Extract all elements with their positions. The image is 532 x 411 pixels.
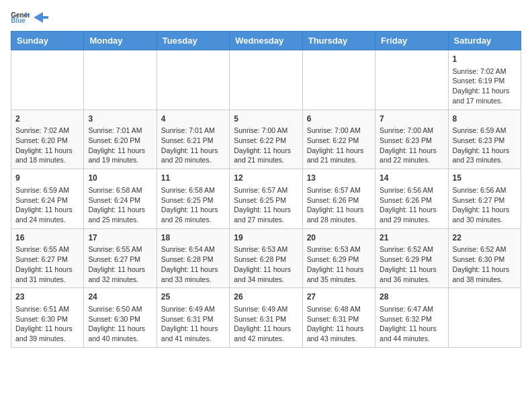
calendar-cell: 4Sunrise: 7:01 AMSunset: 6:21 PMDaylight…	[157, 109, 229, 169]
weekday-header: Monday	[84, 32, 157, 50]
day-info-line: Sunrise: 6:49 AM	[234, 304, 298, 314]
day-info-line: Sunset: 6:24 PM	[15, 195, 79, 205]
day-info-line: Daylight: 11 hours and 17 minutes.	[453, 86, 517, 105]
day-number: 27	[307, 291, 371, 303]
day-number: 10	[88, 173, 152, 184]
day-info-line: Daylight: 11 hours and 35 minutes.	[307, 265, 371, 284]
day-number: 23	[15, 291, 79, 303]
weekday-header: Saturday	[448, 32, 521, 50]
calendar-cell: 14Sunrise: 6:56 AMSunset: 6:26 PMDayligh…	[375, 169, 448, 229]
day-info-line: Sunset: 6:26 PM	[380, 195, 443, 205]
calendar-cell: 22Sunrise: 6:52 AMSunset: 6:30 PMDayligh…	[448, 228, 521, 288]
calendar-cell: 24Sunrise: 6:50 AMSunset: 6:30 PMDayligh…	[84, 288, 157, 348]
calendar-week-row: 2Sunrise: 7:02 AMSunset: 6:20 PMDaylight…	[11, 109, 521, 169]
day-info-line: Sunrise: 6:49 AM	[161, 304, 225, 314]
day-info-line: Sunrise: 6:57 AM	[234, 185, 298, 195]
day-number: 28	[380, 291, 443, 303]
day-number: 24	[88, 291, 152, 303]
day-info-line: Sunrise: 6:54 AM	[161, 244, 225, 255]
day-info-line: Sunset: 6:29 PM	[307, 255, 371, 265]
day-info-line: Daylight: 11 hours and 28 minutes.	[307, 205, 371, 224]
day-info-line: Sunset: 6:19 PM	[453, 76, 517, 86]
day-info-line: Daylight: 11 hours and 24 minutes.	[15, 205, 79, 224]
day-info-line: Sunset: 6:22 PM	[307, 136, 371, 146]
calendar-cell: 5Sunrise: 7:00 AMSunset: 6:22 PMDaylight…	[230, 109, 302, 169]
calendar-week-row: 9Sunrise: 6:59 AMSunset: 6:24 PMDaylight…	[11, 169, 521, 229]
day-info-line: Sunset: 6:20 PM	[88, 136, 152, 146]
day-info-line: Sunrise: 6:56 AM	[380, 185, 443, 195]
day-number: 5	[234, 113, 298, 125]
day-info-line: Daylight: 11 hours and 18 minutes.	[15, 146, 79, 165]
day-info-line: Sunset: 6:23 PM	[380, 136, 443, 146]
day-info-line: Sunset: 6:30 PM	[15, 314, 79, 324]
day-info-line: Sunrise: 6:52 AM	[380, 244, 443, 255]
day-info-line: Daylight: 11 hours and 19 minutes.	[88, 146, 152, 165]
day-info-line: Daylight: 11 hours and 22 minutes.	[380, 146, 443, 165]
calendar-cell: 25Sunrise: 6:49 AMSunset: 6:31 PMDayligh…	[157, 288, 229, 348]
calendar-week-row: 23Sunrise: 6:51 AMSunset: 6:30 PMDayligh…	[11, 288, 521, 348]
svg-text:Blue: Blue	[11, 17, 26, 24]
day-number: 25	[161, 291, 225, 303]
day-number: 1	[453, 54, 517, 65]
calendar-cell: 3Sunrise: 7:01 AMSunset: 6:20 PMDaylight…	[84, 109, 157, 169]
day-info-line: Sunrise: 6:59 AM	[453, 126, 517, 136]
day-info-line: Daylight: 11 hours and 34 minutes.	[234, 265, 298, 284]
logo-icon: General Blue	[11, 11, 30, 24]
day-number: 4	[161, 113, 225, 125]
day-info-line: Daylight: 11 hours and 38 minutes.	[453, 265, 517, 284]
day-info-line: Daylight: 11 hours and 30 minutes.	[453, 205, 517, 224]
calendar-week-row: 16Sunrise: 6:55 AMSunset: 6:27 PMDayligh…	[11, 228, 521, 288]
weekday-header: Tuesday	[157, 32, 229, 50]
day-info-line: Sunrise: 6:55 AM	[15, 244, 79, 255]
calendar-cell: 13Sunrise: 6:57 AMSunset: 6:26 PMDayligh…	[302, 169, 375, 229]
calendar-cell: 19Sunrise: 6:53 AMSunset: 6:28 PMDayligh…	[230, 228, 302, 288]
day-info-line: Sunset: 6:23 PM	[453, 136, 517, 146]
calendar-cell: 28Sunrise: 6:47 AMSunset: 6:32 PMDayligh…	[375, 288, 448, 348]
calendar-cell	[11, 50, 84, 110]
day-info-line: Sunrise: 6:52 AM	[453, 244, 517, 255]
day-info-line: Daylight: 11 hours and 36 minutes.	[380, 265, 443, 284]
calendar-cell: 2Sunrise: 7:02 AMSunset: 6:20 PMDaylight…	[11, 109, 84, 169]
logo-arrow-icon	[34, 12, 48, 23]
calendar-cell: 10Sunrise: 6:58 AMSunset: 6:24 PMDayligh…	[84, 169, 157, 229]
day-info-line: Sunset: 6:28 PM	[161, 255, 225, 265]
day-info-line: Sunrise: 6:56 AM	[453, 185, 517, 195]
day-number: 8	[453, 113, 517, 125]
calendar-cell	[157, 50, 229, 110]
day-info-line: Sunset: 6:21 PM	[161, 136, 225, 146]
page-header: General Blue	[11, 11, 521, 24]
day-number: 7	[380, 113, 443, 125]
calendar-cell: 20Sunrise: 6:53 AMSunset: 6:29 PMDayligh…	[302, 228, 375, 288]
day-number: 9	[15, 173, 79, 184]
day-info-line: Sunset: 6:22 PM	[234, 136, 298, 146]
calendar-cell: 26Sunrise: 6:49 AMSunset: 6:31 PMDayligh…	[230, 288, 302, 348]
day-info-line: Sunset: 6:27 PM	[453, 195, 517, 205]
day-number: 16	[15, 232, 79, 244]
day-info-line: Sunrise: 6:53 AM	[307, 244, 371, 255]
calendar-header-row: SundayMondayTuesdayWednesdayThursdayFrid…	[11, 32, 521, 50]
day-info-line: Sunrise: 7:00 AM	[380, 126, 443, 136]
day-number: 3	[88, 113, 152, 125]
day-info-line: Sunset: 6:31 PM	[161, 314, 225, 324]
day-number: 19	[234, 232, 298, 244]
day-info-line: Daylight: 11 hours and 23 minutes.	[453, 146, 517, 165]
weekday-header: Thursday	[302, 32, 375, 50]
calendar-cell: 18Sunrise: 6:54 AMSunset: 6:28 PMDayligh…	[157, 228, 229, 288]
day-info-line: Sunrise: 6:47 AM	[380, 304, 443, 314]
weekday-header: Friday	[375, 32, 448, 50]
day-info-line: Sunset: 6:25 PM	[161, 195, 225, 205]
weekday-header: Sunday	[11, 32, 84, 50]
day-number: 20	[307, 232, 371, 244]
calendar-cell	[230, 50, 302, 110]
calendar-cell: 16Sunrise: 6:55 AMSunset: 6:27 PMDayligh…	[11, 228, 84, 288]
calendar-cell	[84, 50, 157, 110]
calendar-cell: 27Sunrise: 6:48 AMSunset: 6:31 PMDayligh…	[302, 288, 375, 348]
day-info-line: Sunrise: 6:50 AM	[88, 304, 152, 314]
day-info-line: Sunset: 6:26 PM	[307, 195, 371, 205]
day-info-line: Sunrise: 7:00 AM	[307, 126, 371, 136]
day-info-line: Sunrise: 6:53 AM	[234, 244, 298, 255]
day-info-line: Daylight: 11 hours and 44 minutes.	[380, 324, 443, 343]
calendar-cell: 8Sunrise: 6:59 AMSunset: 6:23 PMDaylight…	[448, 109, 521, 169]
calendar-cell: 17Sunrise: 6:55 AMSunset: 6:27 PMDayligh…	[84, 228, 157, 288]
day-info-line: Sunset: 6:30 PM	[88, 314, 152, 324]
